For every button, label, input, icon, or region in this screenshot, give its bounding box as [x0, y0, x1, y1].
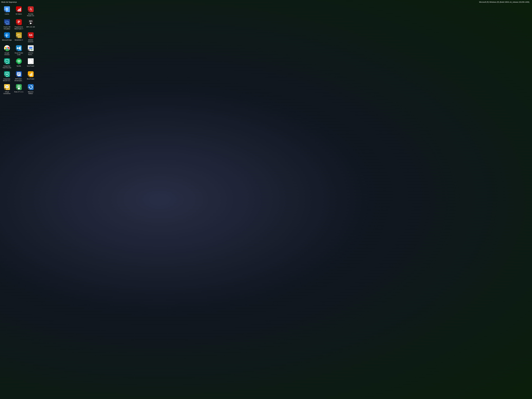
svg-text:P: P	[18, 20, 20, 24]
svg-rect-53	[32, 73, 32, 76]
svg-point-36	[31, 49, 32, 50]
shortcut-arrow-icon: ↗	[16, 76, 18, 77]
desktop-icon-metaeditor[interactable]: META EDITOR ↗MetaEditor 4	[13, 31, 24, 43]
safe-mode-label: Modo de Segurança	[1, 1, 17, 3]
icon-image-kaspersky-secure: ↗	[4, 71, 10, 78]
svg-rect-6	[19, 9, 20, 11]
svg-rect-43	[7, 74, 7, 75]
shortcut-arrow-icon: ↗	[28, 89, 29, 90]
icon-image-pepperstone: P ↗	[15, 19, 22, 25]
shortcut-arrow-icon: ↗	[28, 76, 29, 77]
icon-label-bosstrader-file: bossTrader	[27, 65, 34, 67]
svg-text:321: 321	[29, 20, 32, 22]
svg-rect-23	[17, 37, 21, 37]
svg-point-56	[6, 86, 7, 87]
desktop-icon-chrome-remote[interactable]: ↗Chrome Remo...	[25, 44, 36, 56]
desktop-icon-mpc-hc[interactable]: 321 ↗MPC-HC x64	[25, 18, 36, 30]
icon-label-edge: Microsoft Edge	[2, 39, 12, 41]
icon-label-bosstrader: BossTrader	[27, 78, 34, 80]
icon-row-1: VirtualBox ↗Oracle VM VirtualBox P ↗Pepp…	[1, 18, 36, 30]
icon-image-robo3t: ↗	[15, 84, 22, 90]
icon-label-mpc-hc: MPC-HC x64	[26, 26, 35, 28]
desktop-icon-vscode[interactable]: ↗Visual Studio Code	[13, 44, 24, 56]
icon-label-irpf: IRPF2020 - Declaração...	[14, 78, 24, 82]
icon-label-pepperstone: Pepperstone MetaTrader 4	[14, 26, 24, 30]
svg-rect-51	[30, 74, 31, 76]
icon-row-4: K ↗Kaspersky Total Security ↗Spotify bos…	[1, 57, 36, 69]
icon-row-5: ↗Kaspersky Secure Co... ↗IRPF2020 - Decl…	[1, 70, 36, 82]
icon-label-robo3t: Robo 3T 1.3.1	[14, 91, 24, 93]
shortcut-arrow-icon: ↗	[4, 11, 6, 13]
icon-label-acrobat: Acrobat Reader DC	[25, 13, 36, 17]
icon-image-aida64: 64 ↗	[27, 32, 34, 39]
desktop-icon-virtual-clone[interactable]: ↗Virtual CloneDrive	[1, 83, 13, 95]
icon-row-3: ↗Google Chrome ↗Visual Studio Code ↗Chro…	[1, 44, 36, 56]
desktop-icon-robo3t[interactable]: ↗Robo 3T 1.3.1	[13, 83, 24, 95]
svg-point-29	[6, 47, 8, 49]
svg-rect-5	[18, 10, 19, 11]
shortcut-arrow-icon: ↗	[16, 50, 18, 51]
icon-image-virtual-clone: ↗	[4, 84, 10, 90]
svg-text:META: META	[17, 34, 20, 35]
icon-image-bosstrader: ↗	[27, 71, 34, 78]
desktop-icon-acrobat[interactable]: A ↗Acrobat Reader DC	[25, 5, 36, 17]
desktop-icon-kaspersky[interactable]: K ↗Kaspersky Total Security	[1, 57, 13, 69]
icon-image-chrome-remote: ↗	[27, 45, 34, 52]
svg-text:K: K	[6, 60, 7, 62]
desktop-icon-virtualbox[interactable]: VirtualBox ↗Oracle VM VirtualBox	[1, 18, 13, 30]
desktop: Modo de Segurança Microsoft (R) Windows …	[0, 0, 532, 399]
icon-label-kaspersky-secure: Kaspersky Secure Co...	[2, 78, 12, 82]
shortcut-arrow-icon: ↗	[16, 63, 18, 64]
svg-rect-57	[5, 89, 9, 89]
icon-image-metaeditor: META EDITOR ↗	[15, 32, 22, 39]
icon-row-6: ↗Virtual CloneDrive ↗Robo 3T 1.3.1 ↗Macr…	[1, 83, 36, 95]
shortcut-arrow-icon: ↗	[16, 37, 18, 38]
icon-image-macrium: ↗	[27, 84, 34, 90]
icon-label-chrome: Google Chrome	[2, 52, 12, 56]
icon-label-kaspersky: Kaspersky Total Security	[2, 65, 12, 69]
desktop-icon-irpf[interactable]: ↗IRPF2020 - Declaração...	[13, 70, 24, 82]
icon-image-acrobat: A ↗	[27, 6, 34, 13]
desktop-icon-pepperstone[interactable]: P ↗Pepperstone MetaTrader 4	[13, 18, 24, 30]
icon-label-macrium: Macrium Reflect	[25, 91, 36, 95]
desktop-icon-bosstrader-file[interactable]: bossTrader	[25, 57, 36, 69]
desktop-icon-iq-option[interactable]: IQ ↗IQ Option	[13, 5, 24, 17]
icon-label-lixeira: Lixeira	[5, 13, 9, 15]
shortcut-arrow-icon: ↗	[4, 50, 6, 51]
icon-label-virtual-clone: Virtual CloneDrive	[2, 91, 12, 95]
svg-rect-47	[18, 74, 20, 74]
svg-rect-52	[31, 73, 32, 76]
icon-image-spotify: ↗	[15, 58, 22, 65]
desktop-icon-kaspersky-secure[interactable]: ↗Kaspersky Secure Co...	[1, 70, 13, 82]
desktop-icon-lixeira[interactable]: 🗑 ↗Lixeira	[1, 5, 13, 17]
icon-image-irpf: ↗	[15, 71, 22, 78]
icon-label-virtualbox: Oracle VM VirtualBox	[2, 26, 12, 30]
icon-row-0: 🗑 ↗Lixeira IQ ↗IQ Option A ↗Acrobat Read…	[1, 5, 36, 17]
svg-rect-45	[17, 72, 21, 76]
shortcut-arrow-icon: ↗	[4, 24, 6, 25]
shortcut-arrow-icon: ↗	[28, 24, 29, 25]
desktop-icon-aida64[interactable]: 64 ↗AIDA64 Extreme	[25, 31, 36, 43]
svg-rect-33	[29, 47, 32, 49]
desktop-icon-macrium[interactable]: ↗Macrium Reflect	[25, 83, 36, 95]
shortcut-arrow-icon: ↗	[16, 89, 18, 90]
windows-build-label: Microsoft (R) Windows (R) (Build 19041.v…	[479, 1, 529, 3]
shortcut-arrow-icon: ↗	[16, 11, 18, 13]
desktop-icon-chrome[interactable]: ↗Google Chrome	[1, 44, 13, 56]
icon-label-iq-option: IQ Option	[16, 13, 22, 15]
icon-image-edge: ↗	[4, 32, 10, 39]
shortcut-arrow-icon: ↗	[4, 37, 6, 38]
svg-text:🗑: 🗑	[5, 7, 9, 11]
icon-image-bosstrader-file	[27, 58, 34, 65]
desktop-icon-edge[interactable]: ↗Microsoft Edge	[1, 31, 13, 43]
svg-text:EDITOR: EDITOR	[17, 35, 21, 37]
icon-image-kaspersky: K ↗	[4, 58, 10, 65]
icon-label-chrome-remote: Chrome Remo...	[25, 52, 36, 56]
icon-image-vscode: ↗	[15, 45, 22, 52]
icon-label-metaeditor: MetaEditor 4	[15, 39, 23, 41]
desktop-icon-spotify[interactable]: ↗Spotify	[13, 57, 24, 69]
svg-rect-46	[18, 73, 20, 73]
shortcut-arrow-icon: ↗	[28, 37, 29, 38]
shortcut-arrow-icon: ↗	[4, 76, 6, 77]
desktop-icon-bosstrader[interactable]: ↗BossTrader	[25, 70, 36, 82]
